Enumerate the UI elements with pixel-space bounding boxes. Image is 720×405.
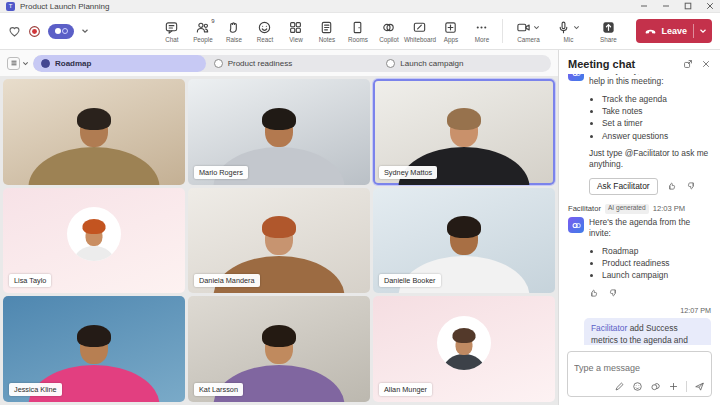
agenda-menu-button[interactable] (7, 57, 29, 70)
agenda-item-product-readiness[interactable]: Product readiness (206, 55, 379, 72)
video-tile-kat-larsson[interactable]: Kat Larsson (188, 296, 370, 402)
bullet-item: Launch campaign (602, 270, 711, 281)
toolbar-whiteboard-button[interactable]: Whiteboard (404, 19, 435, 43)
thumbs-down-icon[interactable] (608, 288, 618, 298)
sent-message-time: 12:07 PM (568, 306, 711, 316)
video-tile-jessica-kline[interactable]: Jessica Kline (3, 296, 185, 402)
toolbar-view-button[interactable]: View (280, 19, 311, 43)
toolbar-button-label: View (289, 36, 303, 43)
toolbar-button-label: People (193, 36, 213, 43)
close-chat-icon[interactable] (701, 59, 711, 69)
copilot-icon (381, 20, 396, 35)
toolbar-button-label: React (257, 36, 273, 43)
toolbar-notes-button[interactable]: Notes (311, 19, 342, 43)
whiteboard-icon (412, 20, 427, 35)
toolbar-people-button[interactable]: 9People (187, 19, 218, 43)
agenda-item-dot (386, 59, 395, 68)
toolbar-button-label: Whiteboard (404, 36, 436, 43)
ask-facilitator-button[interactable]: Ask Facilitator (589, 178, 658, 195)
thumbs-up-icon[interactable] (589, 288, 599, 298)
toolbar-rooms-button[interactable]: Rooms (342, 19, 373, 43)
video-tile-sydney-mattos[interactable]: Sydney Mattos (373, 79, 555, 185)
leave-options-chevron-icon[interactable] (694, 27, 712, 35)
collapse-icon[interactable] (639, 2, 648, 11)
participant-name-chip: Lisa Taylo (9, 274, 51, 287)
video-tile-danielle-booker[interactable]: Danielle Booker (373, 188, 555, 294)
participant-name-chip: Danielle Booker (379, 274, 441, 287)
teams-logo-icon: T (6, 2, 15, 11)
toolbar-button-label: More (475, 36, 489, 43)
sender-name: Facilitator (568, 204, 601, 214)
participant-avatar (437, 316, 491, 370)
toolbar-button-label: Chat (165, 36, 178, 43)
agenda-bar: RoadmapProduct readinessLaunch campaign (0, 50, 558, 76)
bullet-item: Product readiness (602, 258, 711, 269)
agenda-item-label: Launch campaign (400, 59, 463, 68)
facilitator-mention[interactable]: Facilitator (591, 323, 627, 333)
participant-name-chip: Daniela Mandera (194, 274, 260, 287)
message-timestamp: 12:03 PM (653, 204, 686, 214)
view-icon (288, 20, 303, 35)
format-icon[interactable] (614, 381, 625, 392)
agenda-item-roadmap[interactable]: Roadmap (33, 55, 206, 72)
toolbar-raise-button[interactable]: Raise (218, 19, 249, 43)
message-input[interactable] (574, 363, 705, 373)
raise-icon (226, 20, 241, 35)
agenda-item-dot (41, 59, 50, 68)
chat-title: Meeting chat (568, 58, 635, 70)
rooms-icon (350, 20, 365, 35)
chevron-down-icon[interactable] (81, 27, 89, 35)
recording-indicator-icon[interactable] (28, 25, 41, 38)
emoji-icon[interactable] (632, 381, 643, 392)
toolbar-chat-button[interactable]: Chat (156, 19, 187, 43)
participant-avatar (67, 207, 121, 261)
agenda-list-icon (7, 57, 20, 70)
close-window-icon[interactable] (705, 2, 714, 11)
toolbar-apps-button[interactable]: Apps (435, 19, 466, 43)
video-tile-mario-rogers[interactable]: Mario Rogers (188, 79, 370, 185)
send-icon[interactable] (694, 381, 705, 392)
toolbar-button-label: Copilot (379, 36, 399, 43)
video-tile-daniela-mandera[interactable]: Daniela Mandera (188, 188, 370, 294)
toolbar-device-buttons: CameraMicShare (508, 19, 628, 43)
plus-icon[interactable] (668, 381, 679, 392)
toolbar-mic-button[interactable]: Mic (548, 19, 588, 43)
bullet-item: Roadmap (602, 246, 711, 257)
chat-icon (164, 20, 179, 35)
video-tile-allan-munger[interactable]: Allan Munger (373, 296, 555, 402)
facilitator-avatar (568, 74, 584, 81)
video-tile[interactable] (3, 79, 185, 185)
thumbs-up-icon[interactable] (667, 181, 677, 191)
toolbar-react-button[interactable]: React (249, 19, 280, 43)
toolbar-camera-button[interactable]: Camera (508, 19, 548, 43)
maximize-icon[interactable] (683, 2, 692, 11)
participant-name-chip: Kat Larsson (194, 383, 243, 396)
toolbar-button-label: Share (600, 36, 617, 43)
ai-generated-badge: AI generated (605, 204, 649, 214)
minimize-icon[interactable] (661, 2, 670, 11)
loop-component-icon[interactable] (650, 381, 661, 392)
video-grid: Mario RogersSydney MattosLisa TayloDanie… (0, 76, 558, 405)
react-icon (257, 20, 272, 35)
toolbar-more-button[interactable]: More (466, 19, 497, 43)
message-bullet-list: RoadmapProduct readinessLaunch campaign (589, 246, 711, 282)
toolbar-share-button[interactable]: Share (588, 19, 628, 43)
thumbs-down-icon[interactable] (686, 181, 696, 191)
message-composer (567, 351, 712, 397)
toolbar-button-label: Raise (226, 36, 242, 43)
leave-button[interactable]: Leave (636, 19, 712, 43)
heart-reaction-icon[interactable] (8, 25, 21, 38)
video-tile-lisa-taylo[interactable]: Lisa Taylo (3, 188, 185, 294)
agenda-item-launch-campaign[interactable]: Launch campaign (378, 55, 551, 72)
chat-message-facilitator-help: Hi everybody, here's how I can help in t… (568, 74, 711, 195)
chat-message-list[interactable]: Hi everybody, here's how I can help in t… (559, 74, 720, 345)
participant-name-chip: Sydney Mattos (379, 166, 437, 179)
facilitator-pill[interactable] (48, 24, 74, 39)
mic-icon (556, 20, 571, 35)
toolbar-copilot-button[interactable]: Copilot (373, 19, 404, 43)
meeting-chat-panel: Meeting chat Hi everybody, here's how I … (558, 50, 720, 405)
share-icon (601, 20, 616, 35)
toolbar-left-cluster (8, 24, 89, 39)
chat-message-agenda: Here's the agenda from the invite: Roadm… (568, 217, 711, 298)
popout-icon[interactable] (683, 59, 693, 69)
